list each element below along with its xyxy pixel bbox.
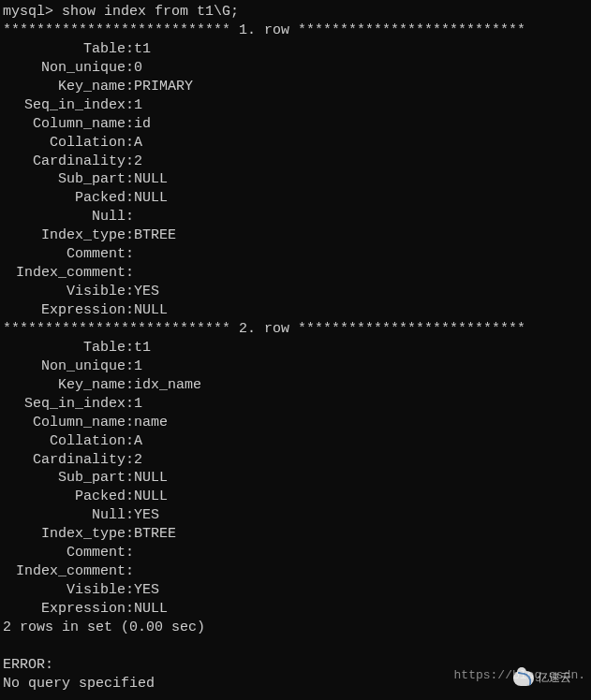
field-table-2: Table: t1 <box>3 339 588 357</box>
field-sub-part-1: Sub_part: NULL <box>3 170 588 189</box>
field-packed-1: Packed: NULL <box>3 189 588 208</box>
field-comment-1: Comment: <box>3 245 588 264</box>
field-collation-1: Collation: A <box>3 134 588 153</box>
field-index-type-2: Index_type: BTREE <box>3 525 588 544</box>
summary-line: 2 rows in set (0.00 sec) <box>3 619 588 637</box>
field-seq-in-index-2: Seq_in_index: 1 <box>3 395 588 414</box>
field-seq-in-index-1: Seq_in_index: 1 <box>3 96 588 115</box>
field-null-1: Null: <box>3 208 588 226</box>
field-index-type-1: Index_type: BTREE <box>3 226 588 245</box>
brand-text: 亿速云 <box>538 671 571 686</box>
field-column-name-2: Column_name: name <box>3 414 588 432</box>
field-visible-2: Visible: YES <box>3 581 588 600</box>
row-divider-1: *************************** 1. row *****… <box>3 22 588 40</box>
field-column-name-1: Column_name: id <box>3 115 588 134</box>
field-collation-2: Collation: A <box>3 432 588 451</box>
field-key-name-2: Key_name: idx_name <box>3 376 588 395</box>
field-index-comment-2: Index_comment: <box>3 562 588 581</box>
field-visible-1: Visible: YES <box>3 283 588 301</box>
field-expression-1: Expression: NULL <box>3 301 588 320</box>
field-comment-2: Comment: <box>3 544 588 562</box>
row-divider-2: *************************** 2. row *****… <box>3 320 588 339</box>
field-expression-2: Expression: NULL <box>3 600 588 619</box>
field-null-2: Null: YES <box>3 506 588 525</box>
field-non-unique-2: Non_unique: 1 <box>3 357 588 376</box>
field-non-unique-1: Non_unique: 0 <box>3 59 588 78</box>
field-table-1: Table: t1 <box>3 40 588 59</box>
watermark-logo: 亿速云 <box>495 664 589 693</box>
field-packed-2: Packed: NULL <box>3 488 588 506</box>
command-line[interactable]: mysql> show index from t1\G; <box>3 3 588 22</box>
blank-line <box>3 637 588 656</box>
field-index-comment-1: Index_comment: <box>3 264 588 283</box>
command-text: show index from t1\G; <box>62 4 239 20</box>
field-cardinality-1: Cardinality: 2 <box>3 153 588 171</box>
field-sub-part-2: Sub_part: NULL <box>3 469 588 488</box>
field-key-name-1: Key_name: PRIMARY <box>3 78 588 96</box>
field-cardinality-2: Cardinality: 2 <box>3 451 588 470</box>
cloud-icon <box>513 671 534 686</box>
mysql-prompt: mysql> <box>3 4 62 20</box>
